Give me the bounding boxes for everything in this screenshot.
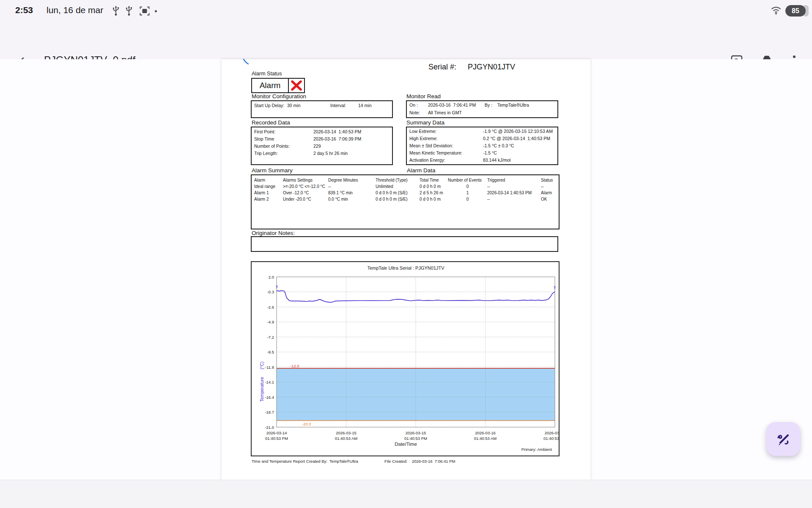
logo-fragment-icon xyxy=(243,58,250,67)
alarm-summary-heading: Alarm Summary xyxy=(252,167,293,174)
serial-value: PJGYN01JTV xyxy=(468,63,515,72)
svg-text:-9.5: -9.5 xyxy=(267,350,274,354)
field-label: Low Extreme: xyxy=(409,129,436,134)
svg-text:T: T xyxy=(276,285,278,289)
x-axis-label: Date/Time xyxy=(252,442,560,447)
field-label: First Point: xyxy=(254,129,275,134)
table-header-row: AlarmAlarms Settings Degree MinutesThres… xyxy=(254,177,557,184)
pdf-page: Serial #: PJGYN01JTV Alarm Status Alarm … xyxy=(222,59,590,480)
status-bar: 2:53 lun, 16 de mar xyxy=(0,0,812,22)
svg-text:2026-03-15: 2026-03-15 xyxy=(336,431,357,435)
serial-label: Serial #: xyxy=(428,63,456,72)
svg-text:01:40:53 PM: 01:40:53 PM xyxy=(265,436,288,441)
field-value: All Times in GMT xyxy=(428,110,462,115)
svg-text:T: T xyxy=(554,286,556,290)
summary-data-box: Low Extreme: -1.9 °C @ 2026-03-15 12:10:… xyxy=(406,127,558,165)
svg-text:-12.0: -12.0 xyxy=(290,364,299,368)
field-label: Start Up Delay: xyxy=(254,103,284,108)
monitor-read-heading: Monitor Read xyxy=(406,93,441,99)
table-row: Ideal range>=-20.0 °C <=-12.0 °C --Unlim… xyxy=(254,184,557,190)
chart-legend: Primary: Ambient xyxy=(467,447,552,452)
field-value: TempTale®Ultra xyxy=(497,102,529,108)
svg-text:01:40:53 PM: 01:40:53 PM xyxy=(404,436,427,441)
file-created-value: 2026-03-16 7:06:41 PM xyxy=(412,459,455,464)
temperature-chart: TempTale Ultra Serial : PJGYN01JTV 2.0-0… xyxy=(251,261,560,456)
alarm-table: AlarmAlarms Settings Degree MinutesThres… xyxy=(254,177,557,203)
field-label: Mean Kinetic Temperature: xyxy=(409,150,462,155)
table-row: Alarm 2Under -20.0 °C 0.0 °C min0 d 0 h … xyxy=(254,196,557,203)
screen: 2:53 lun, 16 de mar xyxy=(0,0,812,508)
field-value: -1.5 °C ± 0.3 °C xyxy=(483,143,514,148)
battery-icon: 85 xyxy=(785,5,806,17)
svg-text:2026-03-16: 2026-03-16 xyxy=(545,431,559,435)
svg-text:-0.3: -0.3 xyxy=(267,290,274,294)
alarm-status-box: Alarm xyxy=(251,78,305,93)
monitor-configuration-heading: Monitor Configuration xyxy=(252,93,306,99)
field-value: 2026-03-16 7:06:41 PM xyxy=(428,102,476,108)
svg-text:-4.9: -4.9 xyxy=(267,320,274,324)
status-time: 2:53 xyxy=(15,5,33,15)
svg-text:2026-03-15: 2026-03-15 xyxy=(406,431,426,435)
field-value: 0.2 °C @ 2026-03-14 1:40:53 PM xyxy=(483,136,550,141)
field-value: 83.144 kJ/mol xyxy=(483,157,510,163)
alarm-status-value: Alarm xyxy=(252,79,288,92)
alarm-table-box: AlarmAlarms Settings Degree MinutesThres… xyxy=(251,174,560,229)
field-label: High Extreme: xyxy=(409,136,438,141)
svg-text:-14.1: -14.1 xyxy=(265,380,274,384)
svg-text:2.0: 2.0 xyxy=(269,275,274,279)
usb-icon xyxy=(125,6,133,18)
field-value: 30 min xyxy=(287,103,301,108)
y-axis-label: Temperature (°C) xyxy=(259,362,264,402)
usb-icon xyxy=(112,6,120,18)
alarm-data-heading: Alarm Data xyxy=(407,167,436,174)
svg-text:-20.0: -20.0 xyxy=(302,422,311,426)
field-value: -1.9 °C @ 2026-03-15 12:10:53 AM xyxy=(483,129,553,134)
svg-text:-2.6: -2.6 xyxy=(267,305,274,309)
field-label: On : xyxy=(409,102,418,108)
svg-text:01:40:53 AM: 01:40:53 AM xyxy=(335,436,357,441)
taskbar: LUN 16 xyxy=(0,480,812,508)
status-date: lun, 16 de mar xyxy=(47,5,103,15)
originator-notes-box xyxy=(251,236,558,252)
svg-text:-18.7: -18.7 xyxy=(265,410,274,414)
file-created-label: File Created: xyxy=(384,459,407,464)
field-value: 2 day 5 hr 26 min xyxy=(313,151,348,156)
field-value: 2026-03-14 1:40:53 PM xyxy=(313,129,361,134)
report-created-by: Time and Temperature Report Created By: … xyxy=(252,459,358,464)
wifi-icon xyxy=(771,6,782,17)
field-label: Trip Length: xyxy=(254,151,278,156)
chart-plot: 2.0-0.3-2.6-4.9-7.2-9.5-11.8-14.1-16.4-1… xyxy=(252,262,559,456)
svg-text:-21.0: -21.0 xyxy=(265,425,274,430)
monitor-read-box: On : 2026-03-16 7:06:41 PM By : TempTale… xyxy=(406,100,558,118)
originator-notes-heading: Originator Notes: xyxy=(252,230,295,236)
field-label: Interval: xyxy=(330,103,346,108)
app-bar: PJGYN01JTV_0.pdf xyxy=(0,22,812,59)
recorded-data-heading: Recorded Data xyxy=(252,119,290,126)
svg-text:-11.8: -11.8 xyxy=(265,365,274,370)
field-label: Mean ± Std Deviation: xyxy=(409,143,453,148)
recorded-data-box: First Point: 2026-03-14 1:40:53 PM Stop … xyxy=(251,127,393,165)
svg-text:01:40:53 PM: 01:40:53 PM xyxy=(543,436,559,441)
field-label: Note: xyxy=(409,110,420,115)
alarm-x-icon xyxy=(288,79,304,92)
field-label: Stop Time xyxy=(254,136,274,141)
field-value: 229 xyxy=(313,144,321,149)
field-label: Number of Points: xyxy=(254,144,290,149)
field-label: Activation Energy: xyxy=(409,157,445,163)
screen-capture-icon xyxy=(140,6,150,17)
svg-text:-7.2: -7.2 xyxy=(267,335,274,340)
alarm-status-heading: Alarm Status xyxy=(252,71,282,77)
svg-text:01:40:53 AM: 01:40:53 AM xyxy=(474,436,497,441)
stylus-icon xyxy=(774,430,792,448)
summary-data-heading: Summary Data xyxy=(406,119,444,126)
annotate-fab[interactable] xyxy=(766,422,800,456)
field-value: 14 min xyxy=(358,103,372,108)
svg-text:2026-03-14: 2026-03-14 xyxy=(266,431,287,435)
field-value: 2026-03-16 7:06:39 PM xyxy=(313,136,361,141)
field-label: By : xyxy=(485,102,492,108)
svg-text:-16.4: -16.4 xyxy=(265,395,274,400)
table-row: Alarm 1Over -12.0 °C 839.1 °C min0 d 0 h… xyxy=(254,190,557,196)
monitor-configuration-box: Start Up Delay: 30 min Interval: 14 min xyxy=(251,100,393,118)
field-value: -1.5 °C xyxy=(483,150,497,155)
notification-dot-icon xyxy=(155,10,157,12)
